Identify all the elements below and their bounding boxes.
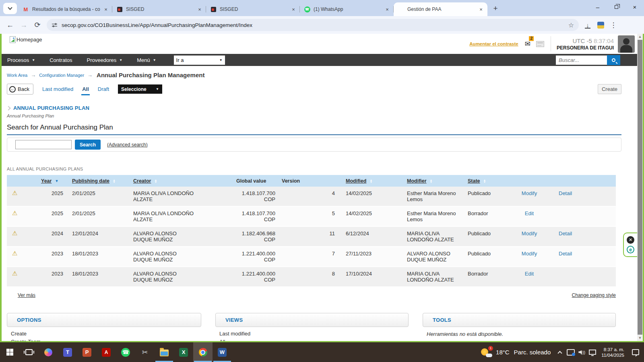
messages-button[interactable]: ✉ 2	[525, 40, 530, 48]
network-icon[interactable]	[589, 350, 596, 355]
sort-icons[interactable]: ▲▼	[483, 179, 486, 183]
modify-link[interactable]: Modify	[522, 230, 537, 237]
window-restore-button[interactable]	[607, 0, 625, 14]
tab-close-icon[interactable]: ×	[384, 6, 390, 12]
modify-link[interactable]: Modify	[522, 251, 537, 257]
site-settings-icon[interactable]	[52, 22, 58, 28]
nav-item-proveedores[interactable]: Proveedores▼	[87, 57, 123, 63]
downloads-icon[interactable]: ↓	[581, 19, 594, 31]
seleccione-select[interactable]: Seleccione▼	[118, 84, 162, 94]
scrollbar-thumb[interactable]	[638, 40, 642, 335]
col-state[interactable]: State▲▼	[464, 175, 511, 187]
powerpoint-button[interactable]: P	[77, 342, 97, 362]
view-tab-all[interactable]: All	[82, 86, 89, 92]
sort-desc-icon[interactable]: ▼	[55, 179, 58, 183]
chrome-button[interactable]	[193, 342, 213, 362]
sort-icons[interactable]: ▲▼	[369, 179, 372, 183]
bookmark-star-icon[interactable]: ☆	[568, 21, 574, 29]
goto-select[interactable]: Ir a▼	[174, 56, 225, 65]
task-view-button[interactable]	[19, 342, 39, 362]
col-creator[interactable]: Creator▲▼	[124, 175, 236, 187]
view-tab-last-modified[interactable]: Last modified	[42, 86, 73, 92]
scroll-up-icon[interactable]: ▲	[637, 34, 643, 40]
reload-button[interactable]: ⟳	[31, 18, 44, 32]
section-title-link[interactable]: ANNUAL PURCHASING PLAN	[13, 105, 89, 111]
sort-icons[interactable]: ▲▼	[154, 179, 157, 183]
weather-temp[interactable]: 18°C	[496, 349, 510, 356]
search-input[interactable]	[15, 140, 72, 149]
views-item-last-modified[interactable]: Last modified	[219, 331, 409, 337]
weather-desc[interactable]: Parc. soleado	[514, 349, 551, 356]
advanced-search-link[interactable]: (Advanced search)	[107, 142, 148, 148]
options-item-create[interactable]: Create	[11, 331, 201, 337]
nav-item-procesos[interactable]: Procesos▼	[7, 57, 35, 63]
notification-center-icon[interactable]	[632, 349, 639, 355]
detail-link[interactable]: Detail	[559, 251, 572, 257]
browser-tab-gmail[interactable]: M Resultados de la búsqueda - co ×	[19, 2, 112, 16]
options-item-create-team[interactable]: Create Team	[11, 339, 201, 342]
page-scrollbar[interactable]: ▲ ▼	[637, 34, 643, 341]
forward-button[interactable]: →	[17, 18, 31, 32]
file-explorer-button[interactable]	[155, 342, 174, 362]
chrome-menu-icon[interactable]: ⋮	[607, 19, 620, 31]
col-modifier[interactable]: Modifier▲▼	[402, 175, 464, 187]
scroll-down-icon[interactable]: ▼	[637, 335, 643, 341]
nav-item-contratos[interactable]: Contratos	[50, 57, 72, 63]
snipping-tool-button[interactable]: ✂	[135, 342, 155, 362]
back-button[interactable]: ←	[3, 18, 17, 32]
browser-tab-sisged-1[interactable]: SISGED ×	[112, 2, 206, 16]
sort-icons[interactable]: ▲▼	[430, 179, 433, 183]
ver-mas-link[interactable]: Ver más	[18, 292, 35, 298]
breadcrumb-configuration-manager[interactable]: Configuration Manager	[39, 73, 84, 78]
modify-link[interactable]: Modify	[522, 190, 537, 196]
views-item-all[interactable]: All	[219, 339, 409, 342]
new-tab-button[interactable]: +	[490, 3, 501, 14]
nav-item-menu[interactable]: Menú▼	[137, 57, 156, 63]
view-tab-draft[interactable]: Draft	[98, 86, 109, 92]
user-avatar[interactable]	[618, 35, 635, 53]
weather-icon[interactable]: 1	[481, 348, 492, 357]
browser-tab-active-paa[interactable]: Gestión de PAA ×	[394, 2, 487, 16]
edit-link[interactable]: Edit	[525, 271, 534, 277]
teams-button[interactable]: T	[58, 342, 77, 362]
volume-button[interactable]: )))	[578, 350, 585, 355]
breadcrumb-work-area[interactable]: Work Area	[7, 73, 27, 78]
edit-link[interactable]: Edit	[525, 210, 534, 216]
window-close-button[interactable]: ×	[625, 0, 644, 14]
tab-search-button[interactable]	[3, 3, 17, 14]
tab-close-icon[interactable]: ×	[478, 6, 484, 12]
widget-e-logo-icon[interactable]: e	[627, 246, 634, 253]
browser-tab-sisged-2[interactable]: SISGED ×	[206, 2, 300, 16]
widget-close-icon[interactable]: ✕	[627, 236, 634, 244]
extension-icon[interactable]	[594, 19, 607, 31]
nav-search-input[interactable]	[556, 56, 607, 65]
word-button[interactable]: W	[213, 342, 232, 362]
tray-overflow-chevron-icon[interactable]	[558, 351, 562, 355]
start-button[interactable]	[0, 342, 19, 362]
news-icon[interactable]	[536, 41, 544, 47]
tab-close-icon[interactable]: ×	[103, 6, 109, 12]
create-button[interactable]: Create	[598, 84, 621, 94]
sort-icons[interactable]: ▲▼	[113, 179, 116, 183]
col-modified[interactable]: Modified▲▼	[342, 175, 402, 187]
acrobat-button[interactable]: A	[97, 342, 116, 362]
screen-share-tray-icon[interactable]	[567, 349, 575, 356]
tab-close-icon[interactable]: ×	[196, 6, 203, 12]
tab-close-icon[interactable]: ×	[290, 6, 297, 12]
window-minimize-button[interactable]: –	[588, 0, 607, 14]
address-bar[interactable]: secop.gov.co/CO1BusinessLine/App/AnnualP…	[47, 19, 579, 31]
detail-link[interactable]: Detail	[559, 190, 572, 196]
browser-tab-whatsapp[interactable]: ☎ (1) WhatsApp ×	[300, 2, 394, 16]
nav-search-button[interactable]	[607, 55, 620, 65]
copilot-button[interactable]	[39, 342, 58, 362]
increase-contrast-link[interactable]: Aumentar el contraste	[469, 41, 518, 46]
homepage-logo[interactable]: Homepage	[10, 36, 42, 43]
col-year[interactable]: Year▼	[41, 175, 63, 187]
back-page-button[interactable]: ← Back	[7, 84, 33, 95]
detail-link[interactable]: Detail	[559, 230, 572, 237]
search-button[interactable]: Search	[75, 140, 101, 150]
taskbar-clock[interactable]: 8:37 a. m. 11/04/2025	[601, 347, 624, 358]
col-publishing-date[interactable]: Publishing date▲▼	[63, 175, 124, 187]
change-paging-style-link[interactable]: Change paging style	[572, 292, 616, 298]
whatsapp-button[interactable]: ☎	[116, 342, 135, 362]
